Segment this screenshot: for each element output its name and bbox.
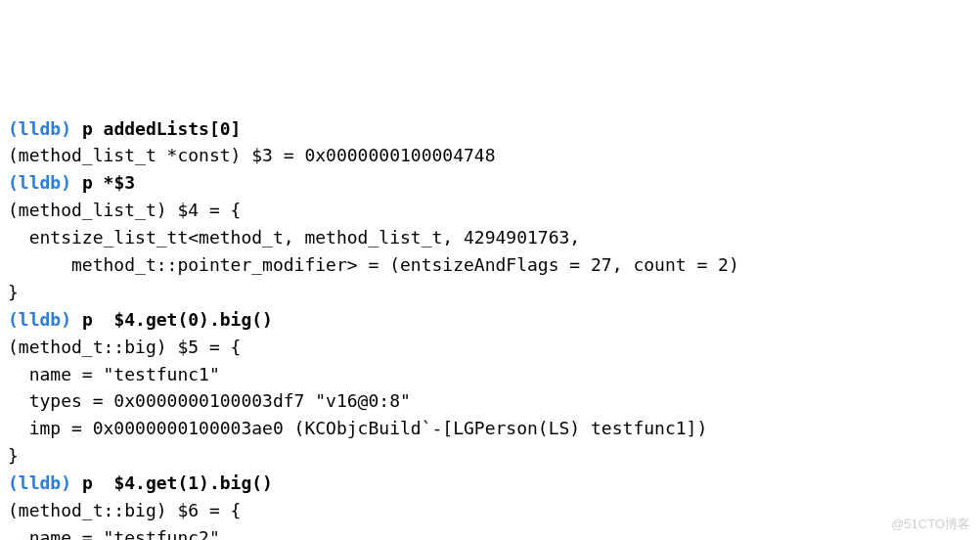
command-line: (lldb) p addedLists[0] (8, 115, 972, 143)
lldb-prompt: (lldb) (8, 309, 71, 330)
watermark-text: @51CTO博客 (891, 515, 970, 534)
command-input: p *$3 (82, 172, 135, 193)
output-line: types = 0x0000000100003df7 "v16@0:8" (8, 387, 972, 415)
output-line: (method_t::big) $5 = { (8, 334, 972, 361)
lldb-prompt: (lldb) (8, 172, 71, 193)
command-input: p $4.get(1).big() (82, 472, 273, 493)
command-line: (lldb) p $4.get(0).big() (8, 306, 972, 334)
lldb-terminal-output: (lldb) p addedLists[0](method_list_t *co… (8, 115, 972, 540)
output-line: name = "testfunc2" (8, 524, 972, 540)
output-line: entsize_list_tt<method_t, method_list_t,… (8, 224, 972, 251)
output-line: } (8, 279, 972, 306)
command-input: p $4.get(0).big() (82, 309, 273, 330)
command-line: (lldb) p *$3 (8, 169, 972, 197)
lldb-prompt: (lldb) (8, 118, 71, 139)
output-line: (method_list_t) $4 = { (8, 197, 972, 224)
output-line: name = "testfunc1" (8, 361, 972, 388)
command-input: p addedLists[0] (82, 118, 242, 139)
output-line: } (8, 442, 972, 470)
output-line: method_t::pointer_modifier> = (entsizeAn… (8, 251, 972, 279)
output-line: (method_list_t *const) $3 = 0x0000000100… (8, 142, 972, 169)
output-line: imp = 0x0000000100003ae0 (KCObjcBuild`-[… (8, 415, 972, 442)
lldb-prompt: (lldb) (8, 472, 71, 493)
command-line: (lldb) p $4.get(1).big() (8, 470, 972, 497)
output-line: (method_t::big) $6 = { (8, 497, 972, 524)
